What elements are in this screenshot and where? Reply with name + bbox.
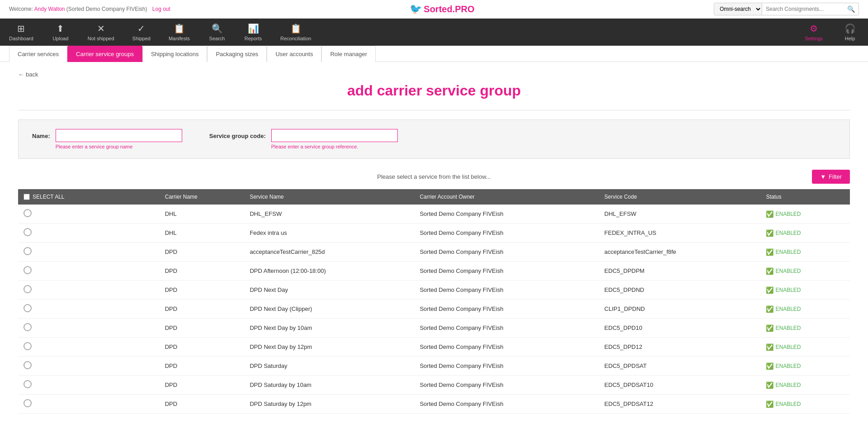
reports-icon: 📊 <box>248 23 259 34</box>
owner-cell: Sorted Demo Company FIVEish <box>414 338 599 357</box>
table-row: DPD DPD Saturday by 12pm Sorted Demo Com… <box>18 395 850 414</box>
page-title: add carrier service group <box>18 82 850 99</box>
status-badge: ✅ ENABLED <box>766 229 844 237</box>
carrier-name-cell: DHL <box>160 205 245 224</box>
service-name-cell: Fedex intra us <box>244 224 414 243</box>
row-checkbox-cell[interactable] <box>18 281 160 300</box>
reconciliation-icon: 📋 <box>290 23 302 34</box>
name-input[interactable] <box>56 129 182 142</box>
carrier-account-owner-header: Carrier Account Owner <box>414 189 599 205</box>
table-row: DPD DPD Afternoon (12:00-18:00) Sorted D… <box>18 262 850 281</box>
owner-cell: Sorted Demo Company FIVEish <box>414 300 599 319</box>
status-cell: ✅ ENABLED <box>760 281 850 300</box>
code-label: Service group code: <box>209 129 266 139</box>
logout-link[interactable]: Log out <box>152 6 170 12</box>
row-select-circle[interactable] <box>24 266 32 274</box>
welcome-text: Welcome: <box>9 6 33 12</box>
search-submit-button[interactable]: 🔍 <box>844 3 859 15</box>
status-check-icon: ✅ <box>766 267 774 275</box>
search-container: Omni-search 🔍 <box>714 3 859 15</box>
status-badge: ✅ ENABLED <box>766 305 844 313</box>
service-name-cell: DPD Next Day by 10am <box>244 319 414 338</box>
service-name-cell: acceptanceTestCarrier_825d <box>244 243 414 262</box>
nav-item-help[interactable]: 🎧 Help <box>832 19 868 46</box>
carrier-name-header: Carrier Name <box>160 189 245 205</box>
nav-item-manifests[interactable]: 📋 Manifests <box>160 19 199 46</box>
row-checkbox-cell[interactable] <box>18 243 160 262</box>
row-checkbox-cell[interactable] <box>18 205 160 224</box>
row-select-circle[interactable] <box>24 285 32 293</box>
service-code-cell: EDC5_DPD10 <box>599 319 761 338</box>
tab-role-manager[interactable]: Role manager <box>321 46 376 62</box>
user-name-link[interactable]: Andy Walton <box>34 6 65 12</box>
row-checkbox-cell[interactable] <box>18 338 160 357</box>
omni-search-select[interactable]: Omni-search <box>714 3 762 15</box>
select-all-label: SELECT ALL <box>33 194 65 200</box>
logo-text: Sorted.PRO <box>424 4 474 14</box>
row-select-circle[interactable] <box>24 228 32 236</box>
row-select-circle[interactable] <box>24 342 32 350</box>
nav-spacer <box>320 19 796 46</box>
filter-button[interactable]: ▼ Filter <box>812 170 850 184</box>
service-name-header: Service Name <box>244 189 414 205</box>
status-check-icon: ✅ <box>766 362 774 370</box>
row-checkbox-cell[interactable] <box>18 319 160 338</box>
service-name-cell: DPD Next Day by 12pm <box>244 338 414 357</box>
search-consignments-input[interactable] <box>762 4 844 14</box>
back-arrow-icon: ← <box>18 71 24 78</box>
code-input[interactable] <box>271 129 398 142</box>
row-select-circle[interactable] <box>24 399 32 407</box>
tab-user-accounts[interactable]: User accounts <box>267 46 321 62</box>
back-link[interactable]: ← back <box>18 71 38 78</box>
row-checkbox-cell[interactable] <box>18 395 160 414</box>
tab-packaging-sizes[interactable]: Packaging sizes <box>207 46 267 62</box>
status-badge: ✅ ENABLED <box>766 286 844 294</box>
nav-item-reconciliation[interactable]: 📋 Reconciliation <box>271 19 320 46</box>
row-checkbox-cell[interactable] <box>18 300 160 319</box>
carrier-name-cell: DPD <box>160 281 245 300</box>
nav-item-shipped[interactable]: ✓ Shipped <box>123 19 160 46</box>
tab-carrier-service-groups[interactable]: Carrier service groups <box>67 46 142 62</box>
carrier-name-cell: DPD <box>160 300 245 319</box>
nav-item-reports[interactable]: 📊 Reports <box>235 19 271 46</box>
row-checkbox-cell[interactable] <box>18 262 160 281</box>
owner-cell: Sorted Demo Company FIVEish <box>414 243 599 262</box>
service-name-cell: DPD Saturday by 12pm <box>244 395 414 414</box>
name-error: Please enter a service group name <box>56 144 182 149</box>
manifests-icon: 📋 <box>174 23 185 34</box>
row-checkbox-cell[interactable] <box>18 357 160 376</box>
row-select-circle[interactable] <box>24 304 32 312</box>
nav-item-settings[interactable]: ⚙ Settings <box>796 19 832 46</box>
row-select-circle[interactable] <box>24 361 32 369</box>
page-content: ← back add carrier service group Name: P… <box>0 62 868 423</box>
status-badge: ✅ ENABLED <box>766 343 844 351</box>
services-table: SELECT ALL Carrier Name Service Name Car… <box>18 189 850 414</box>
select-all-header[interactable]: SELECT ALL <box>18 189 90 205</box>
carrier-name-cell: DPD <box>160 319 245 338</box>
main-navigation: ⊞ Dashboard ⬆ Upload ✕ Not shipped ✓ Shi… <box>0 19 868 46</box>
select-all-checkbox[interactable] <box>24 194 30 200</box>
row-select-circle[interactable] <box>24 323 32 331</box>
sub-tabs: Carrier services Carrier service groups … <box>0 46 868 62</box>
tab-shipping-locations[interactable]: Shipping locations <box>142 46 208 62</box>
nav-item-search[interactable]: 🔍 Search <box>199 19 235 46</box>
nav-item-upload[interactable]: ⬆ Upload <box>42 19 79 46</box>
tab-carrier-services[interactable]: Carrier services <box>9 46 67 62</box>
row-checkbox-cell[interactable] <box>18 224 160 243</box>
row-checkbox-cell[interactable] <box>18 376 160 395</box>
carrier-name-cell: DPD <box>160 338 245 357</box>
status-cell: ✅ ENABLED <box>760 205 850 224</box>
nav-label-not-shipped: Not shipped <box>88 36 114 41</box>
row-select-circle[interactable] <box>24 247 32 255</box>
top-bar: Welcome: Andy Walton (Sorted Demo Compan… <box>0 0 868 19</box>
status-cell: ✅ ENABLED <box>760 376 850 395</box>
row-select-circle[interactable] <box>24 380 32 388</box>
row-select-circle[interactable] <box>24 209 32 217</box>
table-row: DPD acceptanceTestCarrier_825d Sorted De… <box>18 243 850 262</box>
table-row: DPD DPD Saturday Sorted Demo Company FIV… <box>18 357 850 376</box>
nav-item-dashboard[interactable]: ⊞ Dashboard <box>0 19 42 46</box>
owner-cell: Sorted Demo Company FIVEish <box>414 319 599 338</box>
nav-item-not-shipped[interactable]: ✕ Not shipped <box>79 19 123 46</box>
service-code-cell: EDC5_DPDSAT12 <box>599 395 761 414</box>
search-area: Omni-search 🔍 <box>714 3 859 15</box>
